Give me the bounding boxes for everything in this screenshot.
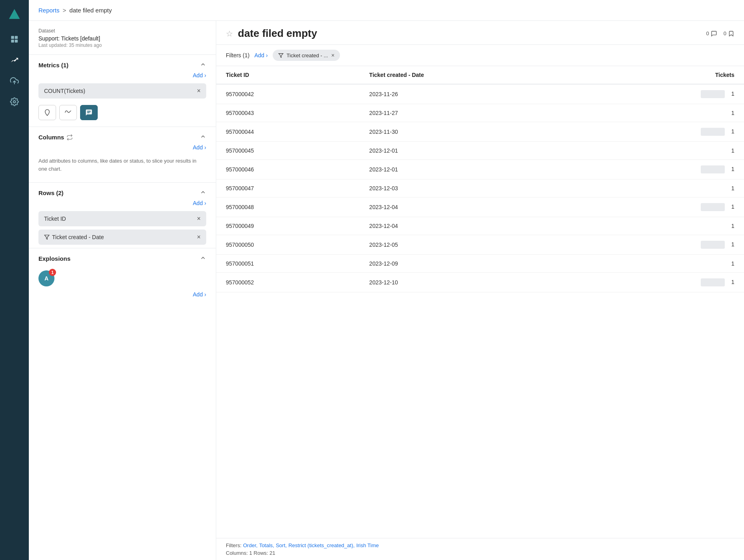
svg-point-6 (13, 101, 16, 103)
funnel-icon (44, 234, 50, 240)
table-header-row: Ticket ID Ticket created - Date Tickets (216, 66, 744, 84)
header-actions: 0 0 (706, 30, 734, 37)
rows-title: Rows (2) (38, 189, 64, 196)
metrics-chip-close[interactable]: × (197, 87, 201, 95)
star-icon[interactable]: ☆ (226, 29, 233, 38)
bottom-filter-restrict[interactable]: Restrict (tickets_created_at), (288, 542, 354, 548)
metrics-add-button[interactable]: Add › (193, 72, 206, 79)
report-header: ☆ date filed empty 0 0 (216, 21, 744, 45)
bottom-filter-irish-time[interactable]: Irish Time (356, 542, 379, 548)
content-area: Dataset Support: Tickets [default] Last … (29, 21, 744, 560)
main-area: Reports > date filed empty Dataset Suppo… (29, 0, 744, 560)
filter-chip-ticket-created[interactable]: Ticket created - ... × (273, 50, 340, 61)
bottom-filter-order[interactable]: Order, (243, 542, 257, 548)
add-filter-button[interactable]: Add › (254, 52, 267, 58)
col-header-ticket-id: Ticket ID (216, 66, 360, 84)
rows-chip-ticket-id-close[interactable]: × (197, 215, 201, 222)
cell-ticket-id: 957000045 (216, 142, 360, 160)
explosions-add-button[interactable]: Add › (193, 291, 206, 298)
bottom-filters-row: Filters: Order, Totals, Sort, Restrict (… (226, 542, 734, 548)
cell-ticket-id: 957000050 (216, 235, 360, 255)
cell-ticket-created-date: 2023-12-01 (360, 160, 584, 179)
table-row: 9570000442023-11-301 (216, 122, 744, 142)
columns-title: Columns (38, 134, 73, 141)
rows-add-area: Add › (29, 200, 216, 209)
bottom-filter-sort[interactable]: Sort, (276, 542, 287, 548)
svg-rect-4 (15, 40, 18, 42)
cell-tickets: 1 (584, 217, 744, 235)
view-icon-drop[interactable] (38, 105, 56, 120)
header-comment-count[interactable]: 0 (706, 30, 717, 37)
cell-ticket-id: 957000052 (216, 273, 360, 292)
table-area: Ticket ID Ticket created - Date Tickets … (216, 66, 744, 538)
explosions-add-area: Add › (29, 291, 216, 301)
dataset-info: Dataset Support: Tickets [default] Last … (29, 21, 216, 55)
col-header-ticket-created-date: Ticket created - Date (360, 66, 584, 84)
rows-chip-ticket-created-date[interactable]: Ticket created - Date × (38, 230, 206, 245)
report-title-area: ☆ date filed empty (226, 27, 317, 40)
metrics-section-header: Metrics (1) (29, 55, 216, 72)
cell-tickets: 1 (584, 179, 744, 197)
cell-ticket-created-date: 2023-12-09 (360, 255, 584, 273)
bottom-bar: Filters: Order, Totals, Sort, Restrict (… (216, 538, 744, 560)
cell-ticket-created-date: 2023-12-10 (360, 273, 584, 292)
sidebar-item-settings[interactable] (6, 93, 23, 111)
metrics-chip-count-tickets[interactable]: COUNT(Tickets) × (38, 83, 206, 99)
cell-ticket-created-date: 2023-12-04 (360, 197, 584, 217)
app-logo[interactable] (6, 6, 22, 22)
table-row: 9570000472023-12-031 (216, 179, 744, 197)
view-icon-chat[interactable] (80, 105, 98, 120)
header-bookmark-count[interactable]: 0 (724, 30, 734, 37)
bottom-meta: Columns: 1 Rows: 21 (226, 550, 734, 556)
view-icon-wave[interactable] (59, 105, 77, 120)
sidebar-item-upload[interactable] (6, 72, 23, 90)
bottom-filter-totals[interactable]: Totals, (259, 542, 274, 548)
rows-chip-ticket-date-close[interactable]: × (197, 234, 201, 241)
table-row: 9570000482023-12-041 (216, 197, 744, 217)
cell-tickets: 1 (584, 104, 744, 122)
avatar: A 1 (38, 270, 54, 286)
filter-chip-label: Ticket created - ... (287, 52, 328, 58)
metrics-add-area: Add › (29, 72, 216, 82)
rows-add-button[interactable]: Add › (193, 200, 206, 206)
cell-ticket-id: 957000049 (216, 217, 360, 235)
metrics-collapse-button[interactable] (200, 61, 206, 69)
data-table: Ticket ID Ticket created - Date Tickets … (216, 66, 744, 292)
cell-ticket-created-date: 2023-12-03 (360, 179, 584, 197)
columns-add-button[interactable]: Add › (193, 144, 206, 151)
table-row: 9570000502023-12-051 (216, 235, 744, 255)
explosions-section-header: Explosions (29, 248, 216, 266)
sidebar-item-dashboard[interactable] (6, 30, 23, 48)
cell-tickets: 1 (584, 197, 744, 217)
cell-tickets: 1 (584, 235, 744, 255)
cell-ticket-created-date: 2023-12-01 (360, 142, 584, 160)
cell-ticket-id: 957000047 (216, 179, 360, 197)
cell-tickets: 1 (584, 122, 744, 142)
rows-chip-ticket-id-label: Ticket ID (44, 216, 66, 222)
bookmark-icon (728, 30, 734, 37)
filter-chip-close[interactable]: × (331, 52, 334, 58)
filter-chip-funnel-icon (278, 53, 284, 58)
avatar-badge: 1 (49, 269, 56, 276)
sidebar (0, 0, 29, 560)
svg-marker-0 (9, 9, 20, 19)
cell-ticket-created-date: 2023-11-26 (360, 84, 584, 104)
rows-collapse-button[interactable] (200, 189, 206, 197)
filters-label: Filters (1) (226, 52, 249, 58)
cell-ticket-created-date: 2023-12-05 (360, 235, 584, 255)
col-header-tickets: Tickets (584, 66, 744, 84)
comment-icon (711, 30, 717, 37)
dataset-name: Support: Tickets [default] (38, 35, 206, 42)
breadcrumb-reports-link[interactable]: Reports (38, 7, 60, 14)
svg-rect-1 (11, 36, 14, 39)
explosions-collapse-button[interactable] (200, 255, 206, 262)
columns-section-header: Columns (29, 127, 216, 144)
sidebar-item-reports[interactable] (6, 51, 23, 69)
left-panel: Dataset Support: Tickets [default] Last … (29, 21, 216, 560)
rows-chip-ticket-id[interactable]: Ticket ID × (38, 211, 206, 226)
columns-collapse-button[interactable] (200, 133, 206, 141)
metrics-chip-label: COUNT(Tickets) (44, 88, 85, 94)
breadcrumb-separator: > (63, 7, 66, 14)
breadcrumb: Reports > date filed empty (29, 0, 744, 21)
cell-ticket-id: 957000048 (216, 197, 360, 217)
